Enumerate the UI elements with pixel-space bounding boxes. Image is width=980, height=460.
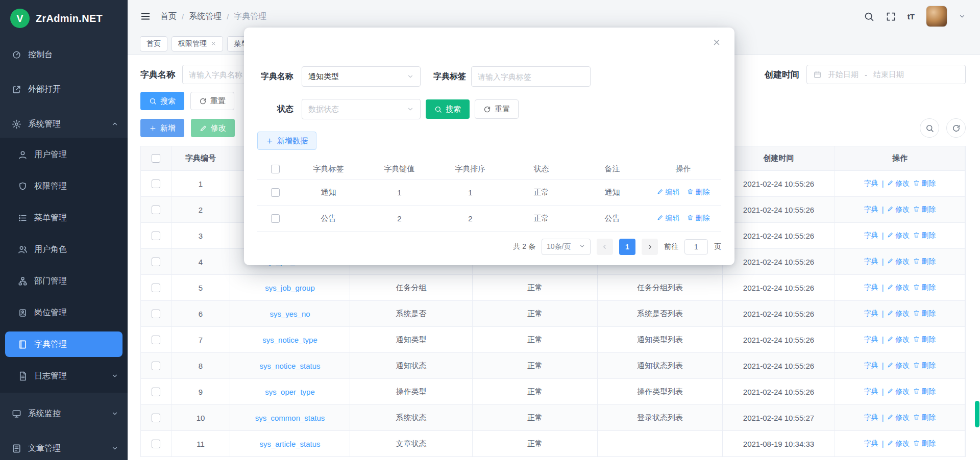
sidebar-item-article-manage[interactable]: 文章管理 bbox=[0, 435, 128, 460]
tab-home[interactable]: 首页 bbox=[140, 36, 167, 52]
edit-link[interactable]: 修改 bbox=[887, 387, 910, 396]
table-refresh-button[interactable] bbox=[946, 118, 966, 138]
sidebar-item-permission-manage[interactable]: 权限管理 bbox=[0, 170, 128, 202]
edit-link[interactable]: 修改 bbox=[887, 361, 910, 370]
sidebar-item-system-manage[interactable]: 系统管理 bbox=[0, 110, 128, 138]
dict-label-input[interactable] bbox=[471, 66, 591, 87]
breadcrumb-item-home[interactable]: 首页 bbox=[160, 11, 177, 22]
delete-link[interactable]: 删除 bbox=[913, 361, 936, 370]
delete-link[interactable]: 删除 bbox=[913, 413, 936, 422]
edit-link[interactable]: 编辑 bbox=[657, 188, 680, 197]
status-select[interactable]: 数据状态 bbox=[302, 99, 421, 119]
dict-type-link[interactable]: sys_job_group bbox=[265, 284, 315, 292]
edit-link[interactable]: 修改 bbox=[887, 413, 910, 422]
row-checkbox[interactable] bbox=[152, 414, 160, 422]
row-checkbox[interactable] bbox=[152, 440, 160, 448]
sidebar-item-dept-manage[interactable]: 部门管理 bbox=[0, 265, 128, 297]
search-button[interactable]: 搜索 bbox=[140, 92, 184, 110]
breadcrumb-item-system[interactable]: 系统管理 bbox=[189, 11, 222, 22]
delete-link[interactable]: 删除 bbox=[913, 335, 936, 344]
edit-link[interactable]: 修改 bbox=[887, 335, 910, 344]
dict-data-link[interactable]: 字典 bbox=[864, 335, 878, 344]
tab-permission[interactable]: 权限管理 bbox=[172, 36, 223, 52]
close-icon[interactable] bbox=[211, 41, 216, 46]
dict-data-link[interactable]: 字典 bbox=[864, 439, 878, 448]
dict-type-link[interactable]: sys_article_status bbox=[259, 440, 320, 448]
date-range-picker[interactable]: 开始日期 - 结束日期 bbox=[806, 65, 966, 84]
delete-link[interactable]: 删除 bbox=[913, 309, 936, 318]
sidebar-toggle-button[interactable] bbox=[140, 11, 151, 22]
page-size-select[interactable]: 10条/页 bbox=[542, 239, 591, 255]
dict-type-link[interactable]: sys_oper_type bbox=[265, 388, 315, 396]
dialog-select-all-checkbox[interactable] bbox=[271, 165, 280, 173]
row-checkbox[interactable] bbox=[152, 336, 160, 344]
dialog-reset-button[interactable]: 重置 bbox=[475, 99, 519, 119]
edit-link[interactable]: 修改 bbox=[887, 257, 910, 266]
dict-data-link[interactable]: 字典 bbox=[864, 283, 878, 292]
dict-type-link[interactable]: sys_common_status bbox=[255, 414, 325, 422]
dict-data-link[interactable]: 字典 bbox=[864, 257, 878, 266]
delete-link[interactable]: 删除 bbox=[687, 214, 710, 223]
row-checkbox[interactable] bbox=[152, 180, 160, 188]
goto-page-input[interactable] bbox=[684, 239, 708, 254]
sidebar-item-external-open[interactable]: 外部打开 bbox=[0, 75, 128, 103]
delete-link[interactable]: 删除 bbox=[687, 188, 710, 197]
edit-button[interactable]: 修改 bbox=[191, 119, 235, 137]
delete-link[interactable]: 删除 bbox=[913, 387, 936, 396]
row-checkbox[interactable] bbox=[152, 388, 160, 396]
table-search-button[interactable] bbox=[920, 118, 939, 138]
font-size-button[interactable]: tT bbox=[908, 12, 915, 21]
sidebar-item-post-manage[interactable]: 岗位管理 bbox=[0, 297, 128, 328]
dict-type-link[interactable]: sys_notice_status bbox=[259, 362, 320, 370]
delete-link[interactable]: 删除 bbox=[913, 439, 936, 448]
edit-link[interactable]: 修改 bbox=[887, 309, 910, 318]
reset-button[interactable]: 重置 bbox=[190, 92, 234, 110]
next-page-button[interactable] bbox=[642, 239, 658, 255]
edit-link[interactable]: 编辑 bbox=[657, 214, 680, 223]
delete-link[interactable]: 删除 bbox=[913, 283, 936, 292]
dialog-search-button[interactable]: 搜索 bbox=[426, 99, 470, 119]
row-checkbox[interactable] bbox=[152, 362, 160, 370]
delete-link[interactable]: 删除 bbox=[913, 179, 936, 188]
add-button[interactable]: 新增 bbox=[140, 119, 184, 137]
edit-link[interactable]: 修改 bbox=[887, 439, 910, 448]
dict-data-link[interactable]: 字典 bbox=[864, 205, 878, 214]
sidebar-item-user-role[interactable]: 用户角色 bbox=[0, 234, 128, 265]
sidebar-item-dict-manage[interactable]: 字典管理 bbox=[5, 331, 122, 357]
row-checkbox[interactable] bbox=[152, 284, 160, 292]
dict-data-link[interactable]: 字典 bbox=[864, 361, 878, 370]
dict-name-select[interactable]: 通知类型 bbox=[302, 66, 421, 87]
page-number-1[interactable]: 1 bbox=[619, 239, 635, 255]
header-search-button[interactable] bbox=[864, 11, 874, 22]
sidebar-item-system-monitor[interactable]: 系统监控 bbox=[0, 400, 128, 427]
dialog-close-icon[interactable] bbox=[712, 38, 721, 47]
add-data-button[interactable]: 新增数据 bbox=[257, 132, 316, 150]
prev-page-button[interactable] bbox=[597, 239, 613, 255]
select-all-checkbox[interactable] bbox=[152, 154, 160, 163]
sidebar-item-log-manage[interactable]: 日志管理 bbox=[0, 360, 128, 392]
row-checkbox[interactable] bbox=[152, 232, 160, 240]
delete-link[interactable]: 删除 bbox=[913, 257, 936, 266]
row-checkbox[interactable] bbox=[152, 258, 160, 266]
sidebar-item-user-manage[interactable]: 用户管理 bbox=[0, 139, 128, 170]
delete-link[interactable]: 删除 bbox=[913, 205, 936, 214]
dialog-row-checkbox[interactable] bbox=[271, 214, 280, 223]
user-avatar[interactable] bbox=[926, 6, 947, 27]
dict-data-link[interactable]: 字典 bbox=[864, 387, 878, 396]
dict-data-link[interactable]: 字典 bbox=[864, 309, 878, 318]
dict-data-link[interactable]: 字典 bbox=[864, 179, 878, 188]
dict-type-link[interactable]: sys_yes_no bbox=[270, 310, 310, 318]
row-checkbox[interactable] bbox=[152, 310, 160, 318]
edit-link[interactable]: 修改 bbox=[887, 205, 910, 214]
dict-data-link[interactable]: 字典 bbox=[864, 231, 878, 240]
dict-type-link[interactable]: sys_notice_type bbox=[262, 336, 317, 344]
sidebar-item-console[interactable]: 控制台 bbox=[0, 41, 128, 68]
edit-link[interactable]: 修改 bbox=[887, 179, 910, 188]
dict-data-link[interactable]: 字典 bbox=[864, 413, 878, 422]
edit-link[interactable]: 修改 bbox=[887, 231, 910, 240]
delete-link[interactable]: 删除 bbox=[913, 231, 936, 240]
scrollbar-thumb[interactable] bbox=[975, 401, 979, 427]
row-checkbox[interactable] bbox=[152, 206, 160, 214]
sidebar-item-menu-manage[interactable]: 菜单管理 bbox=[0, 202, 128, 234]
edit-link[interactable]: 修改 bbox=[887, 283, 910, 292]
